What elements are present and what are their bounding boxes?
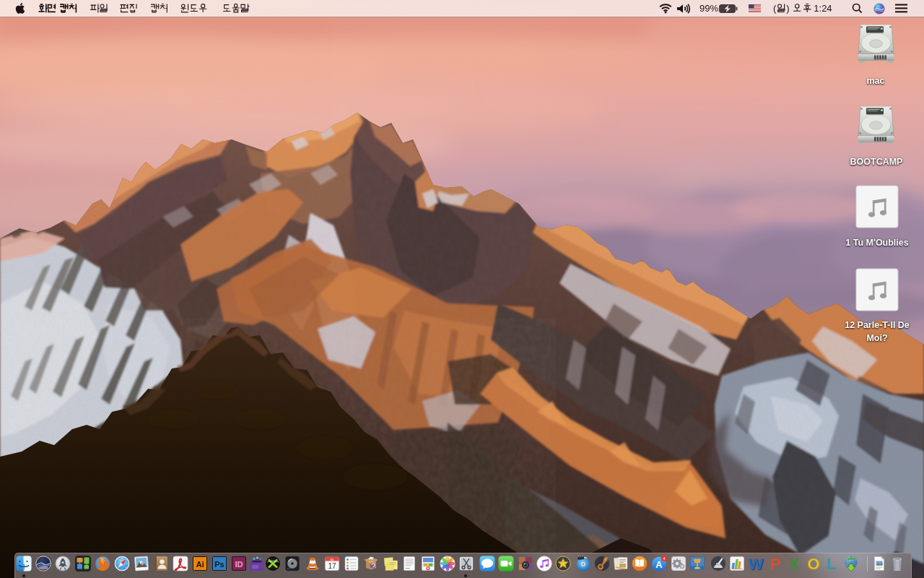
svg-text:O: O <box>807 556 819 571</box>
svg-text:4: 4 <box>663 556 665 561</box>
svg-text:P: P <box>770 556 780 571</box>
svg-text:JUL: JUL <box>330 558 334 561</box>
svg-text:A: A <box>655 559 663 570</box>
svg-text:X: X <box>788 556 799 571</box>
svg-text:W: W <box>749 556 764 571</box>
svg-text:17: 17 <box>328 562 336 570</box>
svg-text:ID: ID <box>235 560 243 569</box>
svg-text:L: L <box>827 556 836 571</box>
svg-text:Ps: Ps <box>214 560 224 569</box>
svg-text:Ai: Ai <box>196 560 204 569</box>
